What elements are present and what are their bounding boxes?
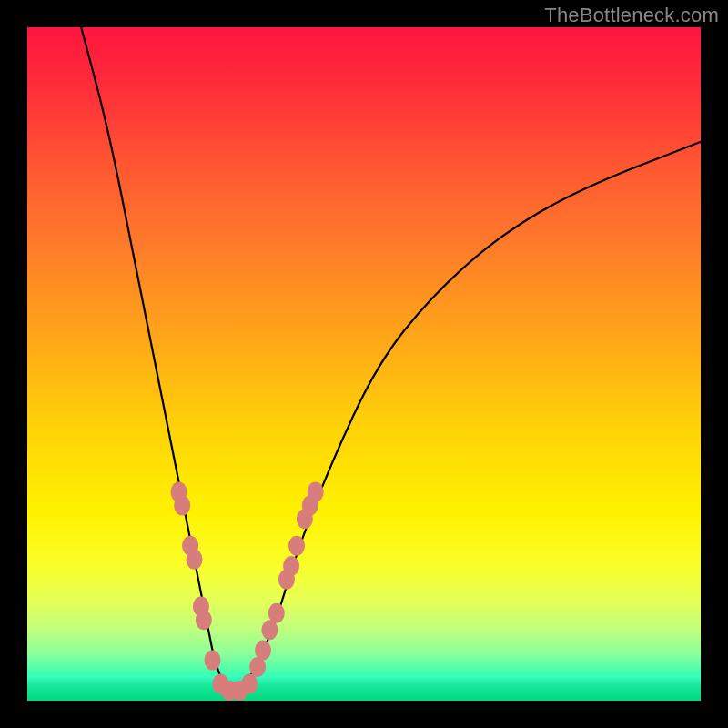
data-marker [196, 610, 212, 630]
data-marker [308, 482, 324, 502]
watermark-text: TheBottleneck.com [544, 4, 719, 27]
data-marker [283, 556, 299, 576]
marker-group [171, 482, 324, 701]
bottleneck-curve [81, 27, 701, 692]
data-marker [205, 651, 221, 671]
data-marker [241, 674, 258, 694]
plot-area [27, 27, 701, 701]
data-marker [174, 495, 190, 515]
data-marker [255, 641, 271, 661]
data-marker [187, 550, 203, 570]
data-marker [268, 603, 285, 623]
bottleneck-chart [27, 27, 701, 701]
data-marker [288, 536, 305, 556]
